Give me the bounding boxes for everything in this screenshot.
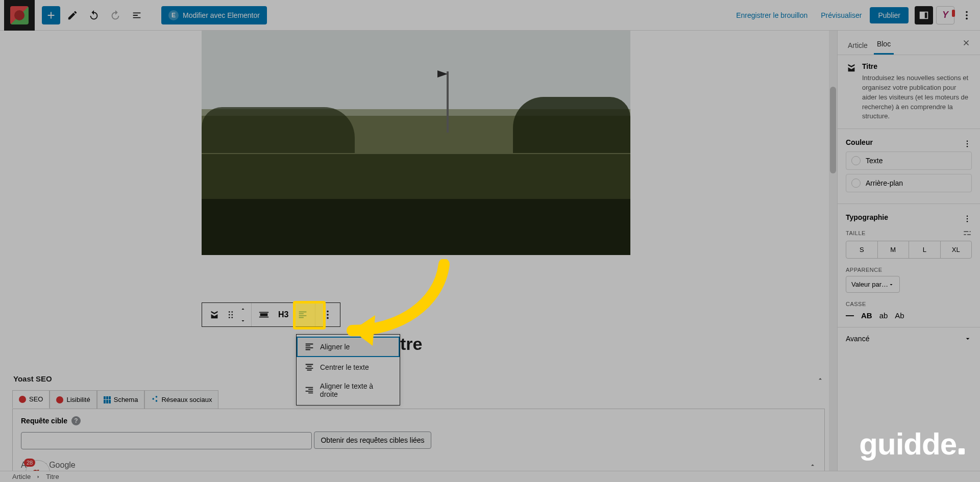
- chevron-down-icon: [240, 318, 246, 324]
- wp-logo-button[interactable]: [4, 0, 35, 31]
- svg-point-14: [967, 146, 968, 147]
- trees-right-decor: [513, 97, 630, 153]
- svg-point-10: [327, 314, 329, 316]
- size-m[interactable]: M: [878, 241, 910, 258]
- casse-cap[interactable]: Ab: [895, 311, 904, 320]
- appearance-label: APPARENCE: [846, 267, 972, 273]
- svg-point-1: [966, 14, 968, 16]
- help-icon[interactable]: ?: [71, 416, 81, 425]
- block-align-button[interactable]: [254, 303, 274, 326]
- chevron-up-icon[interactable]: [809, 462, 816, 469]
- edit-with-elementor-button[interactable]: E Modifier avec Elementor: [161, 6, 267, 24]
- casse-label: CASSE: [846, 301, 972, 307]
- svg-point-3: [229, 311, 230, 313]
- top-toolbar: E Modifier avec Elementor Enregistrer le…: [0, 0, 980, 31]
- trees-left-decor: [202, 107, 355, 153]
- yoast-panel-button[interactable]: Y: [936, 6, 954, 24]
- sidebar-tab-bloc[interactable]: Bloc: [874, 35, 894, 55]
- grid-icon: [104, 396, 111, 403]
- chevron-up-icon: [240, 306, 246, 312]
- casse-none[interactable]: [846, 315, 854, 316]
- focus-keyword-input[interactable]: [21, 432, 312, 449]
- heading-block-text[interactable]: tre: [400, 334, 422, 354]
- svg-point-13: [967, 143, 968, 144]
- sidebar-icon: [918, 10, 929, 21]
- align-left-option[interactable]: Aligner le: [297, 337, 400, 357]
- editor-canvas: H3 tre Aligner le Centrer le texte: [0, 31, 837, 471]
- save-draft-link[interactable]: Enregistrer le brouillon: [731, 7, 813, 23]
- sidebar-tab-article[interactable]: Article: [845, 36, 871, 55]
- yoast-tab-seo[interactable]: SEO: [12, 390, 50, 409]
- color-swatch-icon: [851, 179, 861, 188]
- casse-lower[interactable]: ab: [879, 311, 888, 320]
- status-dot-icon: [56, 396, 63, 403]
- kebab-icon[interactable]: [963, 214, 972, 223]
- kebab-icon: [322, 309, 333, 320]
- featured-image-block[interactable]: [202, 31, 630, 255]
- yoast-tabs: SEO Lisibilité Schema Réseaux sociaux: [12, 390, 825, 409]
- color-bg-button[interactable]: Arrière-plan: [846, 174, 972, 192]
- kebab-icon[interactable]: [963, 139, 972, 148]
- svg-point-15: [967, 216, 968, 217]
- related-keywords-button[interactable]: Obtenir des requêtes cibles liées: [314, 432, 431, 449]
- size-s[interactable]: S: [846, 241, 878, 258]
- crumb-leaf[interactable]: Titre: [46, 473, 59, 480]
- collapse-icon[interactable]: [817, 375, 824, 383]
- scroll-thumb[interactable]: [830, 87, 836, 173]
- status-dot-icon: [19, 396, 26, 403]
- appearance-select[interactable]: Valeur par…: [846, 276, 900, 293]
- size-xl[interactable]: XL: [941, 241, 972, 258]
- align-left-icon: [297, 309, 308, 320]
- size-selector: S M L XL: [846, 241, 972, 259]
- advanced-section-toggle[interactable]: Avancé: [838, 327, 980, 350]
- yoast-panel: Yoast SEO SEO Lisibilité Schema Réseaux …: [0, 366, 837, 471]
- align-left-icon: [304, 341, 315, 352]
- svg-point-12: [967, 141, 968, 142]
- sliders-icon[interactable]: [963, 229, 972, 238]
- block-toolbar: H3: [202, 302, 340, 327]
- publish-button[interactable]: Publier: [870, 7, 909, 23]
- chevron-down-icon: [964, 335, 972, 343]
- svg-point-11: [327, 317, 329, 319]
- drag-handle[interactable]: [225, 303, 237, 326]
- share-icon: [151, 395, 158, 404]
- badge-count: 28: [24, 459, 35, 467]
- crumb-root[interactable]: Article: [12, 473, 31, 480]
- canvas-scrollbar[interactable]: [829, 31, 837, 471]
- edit-mode-button[interactable]: [63, 6, 82, 24]
- text-align-button[interactable]: [292, 303, 313, 326]
- size-l[interactable]: L: [909, 241, 941, 258]
- plus-icon: [45, 10, 57, 21]
- svg-point-6: [231, 314, 233, 316]
- casse-upper[interactable]: AB: [861, 311, 872, 320]
- chevron-right-icon: [36, 474, 41, 479]
- block-name: Titre: [862, 62, 972, 70]
- yoast-tab-readability[interactable]: Lisibilité: [50, 390, 96, 409]
- preview-link[interactable]: Prévisualiser: [816, 7, 867, 23]
- chevron-down-icon: [888, 282, 894, 288]
- add-block-button[interactable]: [42, 6, 60, 24]
- heading-level-button[interactable]: H3: [274, 310, 292, 319]
- document-overview-button[interactable]: [128, 6, 146, 24]
- yoast-tab-schema[interactable]: Schema: [97, 390, 145, 409]
- undo-button[interactable]: [85, 6, 103, 24]
- color-text-button[interactable]: Texte: [846, 151, 972, 170]
- kebab-icon: [961, 10, 972, 21]
- move-up-button[interactable]: [237, 303, 249, 315]
- grammarly-icon: g.: [32, 465, 43, 471]
- settings-panel-toggle[interactable]: [915, 6, 933, 24]
- redo-button[interactable]: [106, 6, 125, 24]
- block-more-button[interactable]: [317, 303, 338, 326]
- yoast-tab-social[interactable]: Réseaux sociaux: [144, 390, 218, 409]
- sidebar-close-button[interactable]: [960, 33, 973, 55]
- more-options-button[interactable]: [958, 6, 976, 24]
- block-breadcrumb: Article Titre: [0, 471, 980, 482]
- yoast-panel-title: Yoast SEO: [13, 374, 52, 383]
- block-type-button[interactable]: [204, 303, 225, 326]
- heading-block-icon: [209, 309, 220, 320]
- move-down-button[interactable]: [237, 315, 249, 326]
- typography-heading: Typographie: [846, 211, 888, 226]
- svg-point-16: [967, 218, 968, 219]
- list-icon: [131, 10, 142, 21]
- svg-point-9: [327, 311, 329, 313]
